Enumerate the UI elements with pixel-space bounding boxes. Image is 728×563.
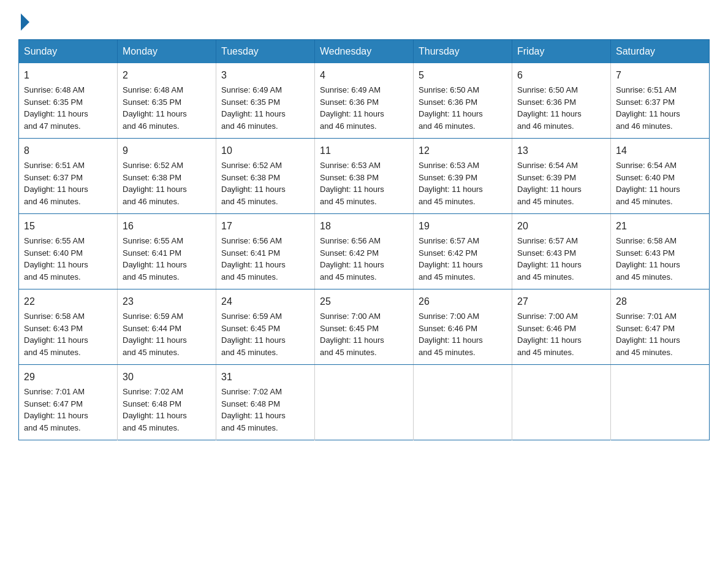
calendar-cell: 22Sunrise: 6:58 AMSunset: 6:43 PMDayligh… — [19, 289, 118, 365]
day-number: 7 — [616, 68, 704, 83]
day-number: 27 — [517, 294, 605, 309]
day-number: 28 — [616, 294, 704, 309]
calendar-cell: 4Sunrise: 6:49 AMSunset: 6:36 PMDaylight… — [315, 63, 414, 139]
day-number: 24 — [221, 294, 309, 309]
calendar-table: SundayMondayTuesdayWednesdayThursdayFrid… — [18, 39, 710, 440]
calendar-cell — [611, 365, 710, 440]
calendar-cell: 20Sunrise: 6:57 AMSunset: 6:43 PMDayligh… — [512, 214, 611, 289]
calendar-cell: 8Sunrise: 6:51 AMSunset: 6:37 PMDaylight… — [19, 139, 118, 214]
calendar-cell: 24Sunrise: 6:59 AMSunset: 6:45 PMDayligh… — [216, 289, 315, 365]
day-number: 19 — [419, 219, 507, 234]
calendar-week-row: 22Sunrise: 6:58 AMSunset: 6:43 PMDayligh… — [19, 289, 710, 365]
day-number: 29 — [24, 370, 112, 385]
calendar-cell: 23Sunrise: 6:59 AMSunset: 6:44 PMDayligh… — [118, 289, 216, 365]
day-number: 13 — [517, 144, 605, 158]
calendar-cell — [315, 365, 414, 440]
day-number: 3 — [221, 68, 309, 83]
day-number: 11 — [320, 144, 408, 158]
day-number: 17 — [221, 219, 309, 234]
calendar-cell — [414, 365, 512, 440]
calendar-cell: 21Sunrise: 6:58 AMSunset: 6:43 PMDayligh… — [611, 214, 710, 289]
day-number: 31 — [221, 370, 309, 385]
day-number: 6 — [517, 68, 605, 83]
day-number: 1 — [24, 68, 112, 83]
calendar-cell: 27Sunrise: 7:00 AMSunset: 6:46 PMDayligh… — [512, 289, 611, 365]
day-number: 23 — [123, 294, 211, 309]
day-number: 12 — [419, 144, 507, 158]
day-number: 2 — [123, 68, 211, 83]
day-number: 22 — [24, 294, 112, 309]
calendar-cell: 6Sunrise: 6:50 AMSunset: 6:36 PMDaylight… — [512, 63, 611, 139]
calendar-week-row: 1Sunrise: 6:48 AMSunset: 6:35 PMDaylight… — [19, 63, 710, 139]
weekday-header-monday: Monday — [118, 40, 216, 64]
calendar-cell: 10Sunrise: 6:52 AMSunset: 6:38 PMDayligh… — [216, 139, 315, 214]
logo-arrow-icon — [21, 13, 29, 31]
page-header — [18, 12, 710, 28]
calendar-cell: 2Sunrise: 6:48 AMSunset: 6:35 PMDaylight… — [118, 63, 216, 139]
calendar-cell: 13Sunrise: 6:54 AMSunset: 6:39 PMDayligh… — [512, 139, 611, 214]
day-number: 18 — [320, 219, 408, 234]
calendar-cell: 9Sunrise: 6:52 AMSunset: 6:38 PMDaylight… — [118, 139, 216, 214]
calendar-cell: 25Sunrise: 7:00 AMSunset: 6:45 PMDayligh… — [315, 289, 414, 365]
calendar-cell: 14Sunrise: 6:54 AMSunset: 6:40 PMDayligh… — [611, 139, 710, 214]
calendar-cell: 28Sunrise: 7:01 AMSunset: 6:47 PMDayligh… — [611, 289, 710, 365]
calendar-week-row: 29Sunrise: 7:01 AMSunset: 6:47 PMDayligh… — [19, 365, 710, 440]
weekday-header-tuesday: Tuesday — [216, 40, 315, 64]
day-number: 4 — [320, 68, 408, 83]
day-number: 9 — [123, 144, 211, 158]
day-number: 15 — [24, 219, 112, 234]
logo — [18, 12, 29, 28]
day-number: 16 — [123, 219, 211, 234]
day-number: 25 — [320, 294, 408, 309]
day-number: 8 — [24, 144, 112, 158]
calendar-cell: 29Sunrise: 7:01 AMSunset: 6:47 PMDayligh… — [19, 365, 118, 440]
calendar-cell: 31Sunrise: 7:02 AMSunset: 6:48 PMDayligh… — [216, 365, 315, 440]
calendar-cell: 12Sunrise: 6:53 AMSunset: 6:39 PMDayligh… — [414, 139, 512, 214]
day-number: 30 — [123, 370, 211, 385]
weekday-header-sunday: Sunday — [19, 40, 118, 64]
calendar-cell: 26Sunrise: 7:00 AMSunset: 6:46 PMDayligh… — [414, 289, 512, 365]
calendar-cell: 3Sunrise: 6:49 AMSunset: 6:35 PMDaylight… — [216, 63, 315, 139]
day-number: 20 — [517, 219, 605, 234]
calendar-cell: 17Sunrise: 6:56 AMSunset: 6:41 PMDayligh… — [216, 214, 315, 289]
calendar-cell: 11Sunrise: 6:53 AMSunset: 6:38 PMDayligh… — [315, 139, 414, 214]
calendar-cell: 1Sunrise: 6:48 AMSunset: 6:35 PMDaylight… — [19, 63, 118, 139]
weekday-header-thursday: Thursday — [414, 40, 512, 64]
weekday-header-row: SundayMondayTuesdayWednesdayThursdayFrid… — [19, 40, 710, 64]
day-number: 14 — [616, 144, 704, 158]
day-number: 10 — [221, 144, 309, 158]
calendar-week-row: 8Sunrise: 6:51 AMSunset: 6:37 PMDaylight… — [19, 139, 710, 214]
calendar-cell: 16Sunrise: 6:55 AMSunset: 6:41 PMDayligh… — [118, 214, 216, 289]
weekday-header-saturday: Saturday — [611, 40, 710, 64]
calendar-cell: 15Sunrise: 6:55 AMSunset: 6:40 PMDayligh… — [19, 214, 118, 289]
day-number: 21 — [616, 219, 704, 234]
day-number: 5 — [419, 68, 507, 83]
calendar-week-row: 15Sunrise: 6:55 AMSunset: 6:40 PMDayligh… — [19, 214, 710, 289]
calendar-cell: 5Sunrise: 6:50 AMSunset: 6:36 PMDaylight… — [414, 63, 512, 139]
calendar-cell: 7Sunrise: 6:51 AMSunset: 6:37 PMDaylight… — [611, 63, 710, 139]
weekday-header-wednesday: Wednesday — [315, 40, 414, 64]
calendar-cell — [512, 365, 611, 440]
calendar-cell: 18Sunrise: 6:56 AMSunset: 6:42 PMDayligh… — [315, 214, 414, 289]
calendar-cell: 30Sunrise: 7:02 AMSunset: 6:48 PMDayligh… — [118, 365, 216, 440]
day-number: 26 — [419, 294, 507, 309]
calendar-cell: 19Sunrise: 6:57 AMSunset: 6:42 PMDayligh… — [414, 214, 512, 289]
weekday-header-friday: Friday — [512, 40, 611, 64]
